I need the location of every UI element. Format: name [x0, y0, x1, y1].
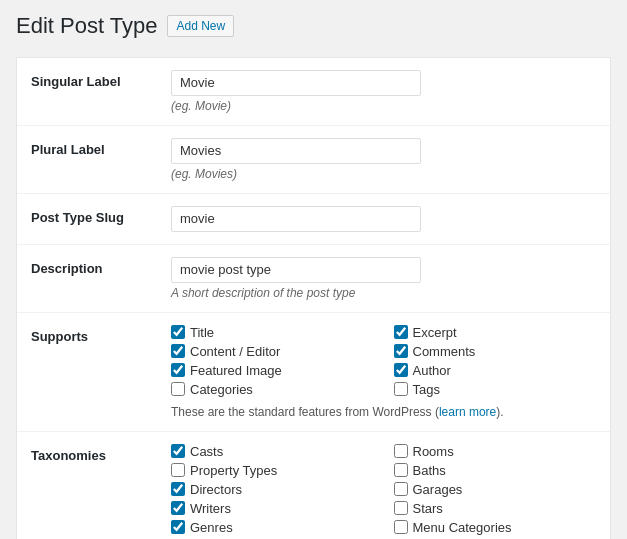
- supports-featured-image-checkbox[interactable]: [171, 363, 185, 377]
- supports-title-label: Title: [190, 325, 214, 340]
- plural-label-row: Plural Label (eg. Movies): [17, 126, 610, 194]
- taxonomy-menu-categories-item[interactable]: Menu Categories: [394, 520, 597, 535]
- taxonomy-garages-checkbox[interactable]: [394, 482, 408, 496]
- taxonomy-baths-checkbox[interactable]: [394, 463, 408, 477]
- taxonomy-directors-item[interactable]: Directors: [171, 482, 374, 497]
- taxonomy-rooms-checkbox[interactable]: [394, 444, 408, 458]
- post-type-slug-row: Post Type Slug: [17, 194, 610, 245]
- post-type-slug-label: Post Type Slug: [31, 206, 171, 225]
- taxonomy-casts-label: Casts: [190, 444, 223, 459]
- supports-tags-item[interactable]: Tags: [394, 382, 597, 397]
- supports-content-editor-checkbox[interactable]: [171, 344, 185, 358]
- taxonomies-checkboxes-grid: Casts Rooms Property Types Baths: [171, 444, 596, 539]
- taxonomy-stars-checkbox[interactable]: [394, 501, 408, 515]
- description-content: A short description of the post type: [171, 257, 596, 300]
- taxonomy-directors-label: Directors: [190, 482, 242, 497]
- supports-author-checkbox[interactable]: [394, 363, 408, 377]
- taxonomy-garages-label: Garages: [413, 482, 463, 497]
- supports-note: These are the standard features from Wor…: [171, 405, 596, 419]
- plural-label-label: Plural Label: [31, 138, 171, 157]
- supports-title-checkbox[interactable]: [171, 325, 185, 339]
- post-type-slug-content: [171, 206, 596, 232]
- supports-author-label: Author: [413, 363, 451, 378]
- supports-comments-checkbox[interactable]: [394, 344, 408, 358]
- taxonomy-baths-label: Baths: [413, 463, 446, 478]
- page-wrapper: Edit Post Type Add New Singular Label (e…: [0, 0, 627, 539]
- description-row: Description A short description of the p…: [17, 245, 610, 313]
- taxonomy-writers-label: Writers: [190, 501, 231, 516]
- form-table: Singular Label (eg. Movie) Plural Label …: [16, 57, 611, 539]
- supports-featured-image-item[interactable]: Featured Image: [171, 363, 374, 378]
- singular-label-row: Singular Label (eg. Movie): [17, 58, 610, 126]
- supports-checkboxes-grid: Title Excerpt Content / Editor Comments: [171, 325, 596, 397]
- supports-content: Title Excerpt Content / Editor Comments: [171, 325, 596, 419]
- taxonomy-rooms-item[interactable]: Rooms: [394, 444, 597, 459]
- page-title: Edit Post Type: [16, 12, 157, 41]
- taxonomy-writers-checkbox[interactable]: [171, 501, 185, 515]
- taxonomy-casts-checkbox[interactable]: [171, 444, 185, 458]
- description-input[interactable]: [171, 257, 421, 283]
- taxonomies-row: Taxonomies Casts Rooms Property Types: [17, 432, 610, 539]
- supports-comments-label: Comments: [413, 344, 476, 359]
- taxonomies-label: Taxonomies: [31, 444, 171, 463]
- taxonomy-rooms-label: Rooms: [413, 444, 454, 459]
- singular-label-label: Singular Label: [31, 70, 171, 89]
- taxonomy-baths-item[interactable]: Baths: [394, 463, 597, 478]
- supports-excerpt-label: Excerpt: [413, 325, 457, 340]
- supports-featured-image-label: Featured Image: [190, 363, 282, 378]
- plural-label-hint: (eg. Movies): [171, 167, 596, 181]
- plural-label-content: (eg. Movies): [171, 138, 596, 181]
- taxonomy-menu-categories-checkbox[interactable]: [394, 520, 408, 534]
- supports-content-editor-label: Content / Editor: [190, 344, 280, 359]
- taxonomy-stars-label: Stars: [413, 501, 443, 516]
- supports-learn-more-link[interactable]: learn more: [439, 405, 496, 419]
- taxonomies-content: Casts Rooms Property Types Baths: [171, 444, 596, 539]
- supports-tags-label: Tags: [413, 382, 440, 397]
- supports-label: Supports: [31, 325, 171, 344]
- taxonomy-genres-label: Genres: [190, 520, 233, 535]
- supports-excerpt-item[interactable]: Excerpt: [394, 325, 597, 340]
- supports-categories-item[interactable]: Categories: [171, 382, 374, 397]
- taxonomy-writers-item[interactable]: Writers: [171, 501, 374, 516]
- page-header: Edit Post Type Add New: [16, 12, 611, 41]
- post-type-slug-input[interactable]: [171, 206, 421, 232]
- singular-label-hint: (eg. Movie): [171, 99, 596, 113]
- taxonomy-genres-item[interactable]: Genres: [171, 520, 374, 535]
- supports-categories-checkbox[interactable]: [171, 382, 185, 396]
- description-label: Description: [31, 257, 171, 276]
- taxonomy-property-types-item[interactable]: Property Types: [171, 463, 374, 478]
- taxonomy-genres-checkbox[interactable]: [171, 520, 185, 534]
- taxonomy-property-types-checkbox[interactable]: [171, 463, 185, 477]
- supports-tags-checkbox[interactable]: [394, 382, 408, 396]
- singular-label-input[interactable]: [171, 70, 421, 96]
- supports-row: Supports Title Excerpt Content / Editor: [17, 313, 610, 432]
- supports-author-item[interactable]: Author: [394, 363, 597, 378]
- supports-excerpt-checkbox[interactable]: [394, 325, 408, 339]
- taxonomy-menu-categories-label: Menu Categories: [413, 520, 512, 535]
- taxonomy-stars-item[interactable]: Stars: [394, 501, 597, 516]
- singular-label-content: (eg. Movie): [171, 70, 596, 113]
- add-new-button[interactable]: Add New: [167, 15, 234, 37]
- supports-title-item[interactable]: Title: [171, 325, 374, 340]
- supports-categories-label: Categories: [190, 382, 253, 397]
- supports-comments-item[interactable]: Comments: [394, 344, 597, 359]
- taxonomy-property-types-label: Property Types: [190, 463, 277, 478]
- supports-content-editor-item[interactable]: Content / Editor: [171, 344, 374, 359]
- taxonomy-garages-item[interactable]: Garages: [394, 482, 597, 497]
- taxonomy-directors-checkbox[interactable]: [171, 482, 185, 496]
- plural-label-input[interactable]: [171, 138, 421, 164]
- taxonomy-casts-item[interactable]: Casts: [171, 444, 374, 459]
- description-hint: A short description of the post type: [171, 286, 596, 300]
